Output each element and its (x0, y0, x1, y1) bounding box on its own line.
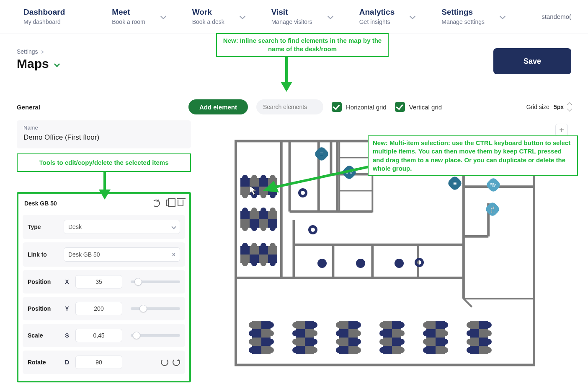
rotate-cw-icon[interactable] (173, 358, 180, 366)
copy-icon[interactable] (166, 200, 172, 206)
svg-marker-29 (250, 186, 256, 195)
rotate-input[interactable] (75, 356, 122, 369)
search-input[interactable] (256, 99, 323, 114)
desk-cluster[interactable] (339, 321, 358, 354)
nav-dashboard[interactable]: Dashboard My dashboard (17, 7, 72, 26)
type-select[interactable]: Desk (64, 220, 180, 234)
annotation-arrow-icon (96, 171, 113, 200)
map-toolbar: General Add element Horizontal grid Vert… (0, 93, 588, 120)
desk-cluster[interactable] (240, 246, 277, 263)
chevron-down-icon (328, 13, 333, 19)
svg-line-4 (270, 166, 370, 188)
prop-type: Type Desk (23, 215, 185, 239)
desk-cluster[interactable] (426, 321, 445, 354)
desk-cluster[interactable] (296, 321, 314, 354)
nav-user[interactable]: standemo( (542, 13, 571, 20)
properties-panel: Desk GB 50 Type Desk Link to Desk GB 50×… (17, 192, 191, 382)
room-marker[interactable] (415, 258, 424, 267)
map-name-label: Name (23, 125, 184, 131)
grid-size-stepper[interactable]: Grid size 5px (526, 103, 571, 111)
nav-visit[interactable]: Visit Manage visitors (265, 7, 319, 26)
prop-rotate: Rotate D (23, 351, 185, 374)
vertical-grid-checkbox[interactable]: Vertical grid (395, 102, 442, 112)
check-icon (395, 102, 405, 112)
prop-position-x: Position X (23, 270, 185, 293)
prop-scale: Scale S (23, 324, 185, 347)
tab-general[interactable]: General (17, 104, 180, 111)
nav-title: Dashboard (23, 8, 65, 17)
position-x-slider[interactable] (131, 281, 180, 283)
chevron-down-icon (54, 61, 60, 67)
prop-position-y: Position Y (23, 297, 185, 320)
nav-sub: My dashboard (23, 18, 65, 25)
chevron-down-icon (171, 224, 176, 229)
svg-marker-3 (99, 190, 111, 200)
room-marker[interactable] (395, 259, 404, 268)
save-button[interactable]: Save (493, 48, 571, 74)
selected-item-title: Desk GB 50 (24, 200, 57, 207)
position-x-input[interactable] (75, 275, 122, 288)
annotation-search: New: Inline search to find elements in t… (216, 33, 389, 57)
main-content: Name Demo Office (First floor) Tools to … (0, 120, 588, 387)
nav-settings[interactable]: Settings Manage settings (435, 7, 491, 26)
desk-cluster[interactable] (383, 321, 401, 354)
scale-input[interactable] (75, 329, 122, 342)
check-icon (332, 102, 342, 112)
trash-icon[interactable] (178, 200, 183, 206)
map-name-card[interactable]: Name Demo Office (First floor) (17, 120, 191, 148)
top-nav: Dashboard My dashboard Meet Book a room … (0, 0, 588, 34)
chevron-down-icon (160, 13, 166, 19)
page-title[interactable]: Maps (17, 57, 59, 71)
cursor-icon (250, 186, 257, 195)
horizontal-grid-checkbox[interactable]: Horizontal grid (332, 102, 387, 112)
nav-meet[interactable]: Meet Book a room (105, 7, 152, 26)
map-canvas[interactable]: + New: Multi-item selection: use the CTR… (199, 120, 571, 376)
room-marker[interactable] (317, 259, 327, 268)
breadcrumb[interactable]: Settings (17, 48, 59, 55)
left-panel: Name Demo Office (First floor) Tools to … (17, 120, 191, 382)
page-header: Settings Maps New: Inline search to find… (0, 34, 588, 84)
annotation-tools: Tools to edit/copy/delete the selected i… (17, 153, 191, 172)
rotate-ccw-icon[interactable] (161, 358, 168, 366)
clear-icon[interactable]: × (172, 251, 175, 258)
refresh-icon[interactable] (152, 200, 160, 207)
prop-link-to: Link to Desk GB 50× (23, 242, 185, 267)
annotation-arrow-icon (257, 162, 374, 196)
chevron-right-icon (40, 50, 43, 54)
add-element-button[interactable]: Add element (188, 99, 248, 114)
link-select[interactable]: Desk GB 50× (64, 247, 180, 262)
position-y-input[interactable] (75, 302, 122, 315)
position-y-slider[interactable] (131, 307, 180, 310)
room-marker[interactable] (308, 225, 317, 234)
scale-slider[interactable] (131, 334, 180, 337)
annotation-multi-select: New: Multi-item selection: use the CTRL … (368, 135, 578, 176)
svg-marker-1 (281, 82, 292, 92)
desk-cluster[interactable] (252, 321, 271, 354)
nav-analytics[interactable]: Analytics Get insights (353, 7, 401, 26)
chevron-down-icon (500, 13, 505, 19)
map-name-value: Demo Office (First floor) (23, 133, 184, 142)
desk-cluster[interactable] (470, 321, 488, 354)
nav-work[interactable]: Work Book a desk (186, 7, 231, 26)
chevron-down-icon (410, 13, 415, 19)
room-marker[interactable] (356, 259, 365, 268)
annotation-arrow-icon (278, 55, 295, 93)
zoom-in-button[interactable]: + (555, 124, 568, 136)
desk-cluster[interactable] (240, 211, 277, 228)
chevron-down-icon (240, 13, 245, 19)
chevron-down-icon[interactable] (567, 106, 572, 111)
